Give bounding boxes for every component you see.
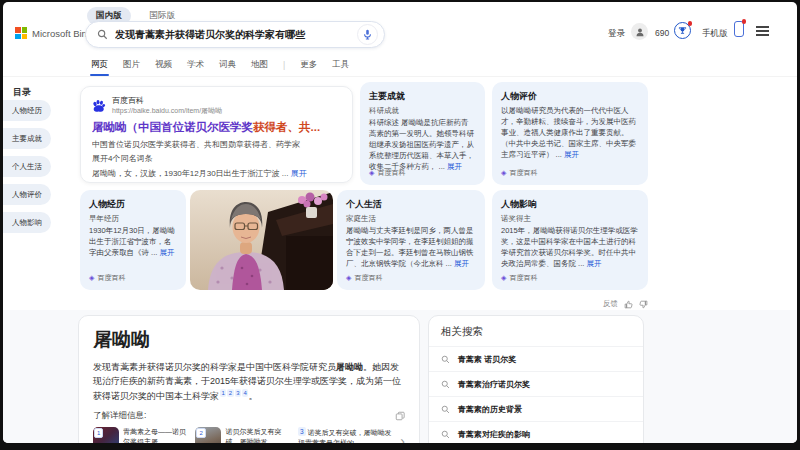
card-subtitle: 诺奖得主: [501, 214, 639, 224]
source-number-badge: 2: [196, 428, 205, 438]
tab-more[interactable]: 更多: [300, 59, 317, 71]
source-number-badge: 1: [94, 428, 103, 438]
feedback-row: 反馈: [543, 299, 648, 309]
bing-logo[interactable]: Microsoft Bing: [15, 27, 92, 39]
tab-divider: |: [283, 60, 285, 70]
expand-link[interactable]: 展开: [564, 150, 579, 159]
thumbs-up-icon[interactable]: [624, 300, 633, 309]
card-source[interactable]: ◈百度百科: [501, 273, 537, 283]
card-influence: 人物影响 诺奖得主 2015年，屠呦呦获得诺贝尔生理学或医学奖，这是中国科学家在…: [492, 190, 648, 290]
phone-icon[interactable]: [734, 21, 744, 37]
baidu-paw-icon: [92, 99, 106, 113]
chevron-right-icon[interactable]: ›: [400, 428, 405, 443]
baike-source-row: 百度百科 https://baike.baidu.com/item/屠呦呦: [92, 95, 341, 116]
toc-item-evaluation[interactable]: 人物评价: [3, 184, 51, 205]
search-icon: [441, 380, 450, 389]
citation-2[interactable]: 2: [227, 389, 233, 397]
citation-1[interactable]: 1: [220, 389, 226, 397]
search-icon: [441, 405, 450, 414]
microsoft-logo-icon: [15, 27, 27, 39]
card-body: 2015年，屠呦呦获得诺贝尔生理学或医学奖，这是中国科学家在中国本土进行的科学研…: [501, 226, 639, 270]
search-icon: [441, 430, 450, 439]
card-body: 1930年12月30日，屠呦呦出生于浙江省宁波市，名字由父亲取自《诗 ... 展…: [89, 226, 177, 259]
card-subtitle: 科研成就: [369, 106, 476, 116]
card-source[interactable]: ◈百度百科: [369, 168, 405, 178]
toc-item-achievements[interactable]: 主要成就: [3, 128, 51, 149]
related-search-item[interactable]: 青蒿素对疟疾的影响: [429, 421, 643, 443]
related-search-item[interactable]: 青蒿素治疗诺贝尔奖: [429, 371, 643, 396]
thumbs-down-icon[interactable]: [639, 300, 648, 309]
card-body: 科研综述 屠呦呦是抗疟新药青蒿素的第一发明人。她领导科研组继承发扬祖国医药学遗产…: [369, 118, 476, 172]
search-icon: [97, 29, 108, 40]
learn-more-label: 了解详细信息:: [93, 410, 146, 422]
search-icon: [441, 355, 450, 364]
baike-gem-icon: ◈: [346, 274, 351, 282]
answer-bold-name: 屠呦呦: [336, 362, 363, 372]
tab-academic[interactable]: 学术: [187, 59, 204, 71]
source-thumbnail: 1: [93, 427, 119, 443]
source-card-2[interactable]: 2 诺贝尔奖后又有突破，屠呦呦发 ... 知 zhuanlan.zhih...: [195, 427, 290, 443]
portrait-illustration: [190, 190, 333, 290]
notification-dot: [688, 21, 693, 26]
related-search-item[interactable]: 青蒿素 诺贝尔奖: [429, 346, 643, 371]
citation-3[interactable]: 3: [235, 389, 241, 397]
card-source[interactable]: ◈百度百科: [89, 273, 125, 283]
mobile-version-label[interactable]: 手机版: [702, 28, 728, 40]
highlighted-title-text: 获得者、共...: [253, 121, 320, 133]
rewards-points[interactable]: 690: [655, 28, 669, 38]
card-title: 人物经历: [89, 198, 177, 211]
related-search-item[interactable]: 青蒿素的历史背景: [429, 396, 643, 421]
copy-icon[interactable]: [395, 411, 405, 421]
baike-url[interactable]: https://baike.baidu.com/item/屠呦呦: [112, 106, 222, 116]
baike-result-card: 百度百科 https://baike.baidu.com/item/屠呦呦 屠呦…: [80, 86, 353, 183]
expand-link[interactable]: 展开: [447, 162, 462, 171]
answer-title: 屠呦呦: [93, 327, 405, 353]
card-body: 以屠呦呦研究员为代表的一代代中医人才，辛勤耕耘、接续奋斗，为发展中医药事业、造福…: [501, 106, 639, 160]
card-body: 屠呦呦与丈夫李廷钊是同乡，两人曾是宁波效实中学同学，在李廷钊姐姐的撮合下走到一起…: [346, 226, 476, 270]
tu-youyou-photo[interactable]: [190, 190, 333, 290]
tab-dictionary[interactable]: 词典: [219, 59, 236, 71]
baike-desc: 中国首位诺贝尔医学奖获得者、共和国勋章获得者、药学家: [92, 139, 341, 150]
baike-gem-icon: ◈: [501, 169, 506, 177]
expand-link[interactable]: 展开: [586, 259, 601, 268]
microphone-button[interactable]: [357, 24, 378, 45]
signin-label[interactable]: 登录: [608, 28, 625, 40]
source-card-3[interactable]: 3诺奖后又有突破，屠呦呦发现青蒿素是怎样的 ... 知 zhuanlan.zhi…: [298, 427, 393, 443]
source-card-1[interactable]: 1 青蒿素之母——诺贝尔奖得主屠 ... worldscience.cn: [93, 427, 188, 443]
expand-link[interactable]: 展开: [291, 169, 307, 178]
baike-bio-line: 屠呦呦，女，汉族，1930年12月30日出生于浙江宁波 ... 展开: [92, 168, 341, 179]
card-title: 人物评价: [501, 90, 639, 103]
card-experience: 人物经历 早年经历 1930年12月30日，屠呦呦出生于浙江省宁波市，名字由父亲…: [80, 190, 186, 290]
baike-result-title[interactable]: 屠呦呦（中国首位诺贝尔医学奖获得者、共...: [92, 120, 341, 135]
rewards-trophy-icon[interactable]: [674, 22, 691, 39]
card-source[interactable]: ◈百度百科: [501, 168, 537, 178]
source-thumbnail: 2: [195, 427, 221, 443]
toc-item-influence[interactable]: 人物影响: [3, 212, 51, 233]
card-source[interactable]: ◈百度百科: [346, 273, 382, 283]
expand-link[interactable]: 展开: [159, 248, 174, 257]
source-title: 青蒿素之母——诺贝尔奖得主屠 ...: [123, 427, 188, 443]
expand-link[interactable]: 展开: [454, 259, 469, 268]
bing-serp-page: 国内版 国际版 Microsoft Bing 发现青蒿素并获得诺贝尔奖的科学家有…: [3, 2, 797, 443]
card-personal-life: 个人生活 家庭生活 屠呦呦与丈夫李廷钊是同乡，两人曾是宁波效实中学同学，在李廷钊…: [337, 190, 485, 290]
toc-title: 目录: [13, 86, 31, 99]
answer-card: 屠呦呦 发现青蒿素并获得诺贝尔奖的科学家是中国中医科学院研究员屠呦呦。她因发现治…: [78, 315, 420, 443]
search-bar[interactable]: 发现青蒿素并获得诺贝尔奖的科学家有哪些: [85, 21, 385, 48]
hamburger-menu-icon[interactable]: [756, 26, 769, 38]
toc-item-experience[interactable]: 人物经历: [3, 100, 51, 121]
toc-item-personal-life[interactable]: 个人生活: [3, 156, 51, 177]
tab-images[interactable]: 图片: [123, 59, 140, 71]
answer-sources: 1 青蒿素之母——诺贝尔奖得主屠 ... worldscience.cn 2 诺…: [93, 427, 405, 443]
avatar-icon[interactable]: [631, 23, 648, 40]
tab-web[interactable]: 网页: [91, 59, 108, 71]
tab-maps[interactable]: 地图: [251, 59, 268, 71]
tab-tools[interactable]: 工具: [332, 59, 349, 71]
card-subtitle: 早年经历: [89, 214, 177, 224]
card-title: 人物影响: [501, 198, 639, 211]
source-number-badge: 3: [298, 427, 306, 436]
tab-videos[interactable]: 视频: [155, 59, 172, 71]
search-input[interactable]: 发现青蒿素并获得诺贝尔奖的科学家有哪些: [115, 28, 357, 42]
baike-same-entries-link[interactable]: 展开4个同名词条: [92, 153, 341, 164]
baike-gem-icon: ◈: [89, 274, 94, 282]
feedback-label[interactable]: 反馈: [603, 299, 618, 309]
